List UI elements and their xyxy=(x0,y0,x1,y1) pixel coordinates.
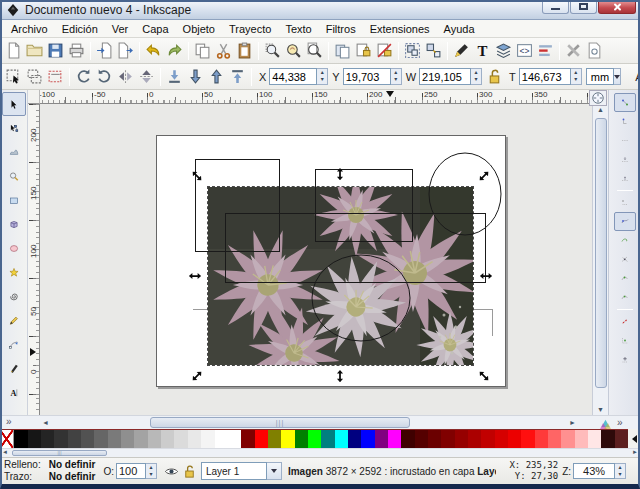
clone-unlink-button[interactable] xyxy=(374,40,395,62)
menu-ver[interactable]: Ver xyxy=(105,21,136,37)
zoom-input[interactable]: 43% xyxy=(573,463,615,479)
palette-scroll-left-icon[interactable]: ◄ xyxy=(2,449,8,455)
horizontal-scrollbar-thumb[interactable]: ||| xyxy=(150,417,410,428)
palette-swatch[interactable] xyxy=(188,430,201,448)
y-spinner[interactable]: ▴▾ xyxy=(391,68,402,85)
sel-layers-button[interactable] xyxy=(24,66,45,88)
layer-selector[interactable]: Layer 1 xyxy=(201,462,282,480)
menu-objeto[interactable]: Objeto xyxy=(176,21,222,37)
s-cusp-button[interactable] xyxy=(614,269,636,288)
ellipse-shape-1[interactable] xyxy=(429,153,501,235)
import-button[interactable] xyxy=(94,40,115,62)
x-spinner[interactable]: ▴▾ xyxy=(317,68,328,85)
zoom-draw-button[interactable] xyxy=(283,40,304,62)
palette-swatch[interactable] xyxy=(148,430,161,448)
rectangle-shape-3[interactable] xyxy=(226,214,486,283)
align-button[interactable] xyxy=(535,40,556,62)
palette-swatch[interactable] xyxy=(495,430,508,448)
palette-swatch[interactable] xyxy=(28,430,41,448)
rectangle-shape-1[interactable] xyxy=(196,160,280,252)
lower-end-button[interactable] xyxy=(164,66,185,88)
snapbar-overflow-chevron[interactable]: » xyxy=(617,417,623,428)
palette-swatch[interactable] xyxy=(41,430,54,448)
palette-swatch[interactable] xyxy=(201,430,214,448)
ungroup-button[interactable] xyxy=(423,40,444,62)
palette-swatch[interactable] xyxy=(508,430,521,448)
clone-button[interactable] xyxy=(353,40,374,62)
horizontal-ruler[interactable]: -100-50050100150200250300350400 xyxy=(40,90,592,104)
selection-handle-top[interactable] xyxy=(333,167,347,181)
menu-extensiones[interactable]: Extensiones xyxy=(363,21,437,37)
s-path-button[interactable] xyxy=(614,212,636,231)
palette-swatch[interactable] xyxy=(321,430,334,448)
palette-swatch[interactable] xyxy=(548,430,561,448)
group-button[interactable] xyxy=(402,40,423,62)
palette-swatch[interactable] xyxy=(134,430,147,448)
palette-swatch[interactable] xyxy=(415,430,428,448)
s-main-button[interactable] xyxy=(614,93,636,112)
palette-swatch[interactable] xyxy=(401,430,414,448)
s-mid-button[interactable] xyxy=(614,169,636,188)
menu-filtros[interactable]: Filtros xyxy=(319,21,363,37)
palette-swatch[interactable] xyxy=(174,430,187,448)
t-tweak-button[interactable] xyxy=(2,140,26,164)
palette-swatch[interactable] xyxy=(228,430,241,448)
desel-button[interactable] xyxy=(45,66,66,88)
palette-scroll-right-icon[interactable]: ► xyxy=(632,449,638,455)
palette-swatch[interactable] xyxy=(215,430,228,448)
palette-swatch[interactable] xyxy=(308,430,321,448)
raise-top-button[interactable] xyxy=(227,66,248,88)
palette-swatch[interactable] xyxy=(108,430,121,448)
ellipse-shape-2[interactable] xyxy=(312,255,410,341)
palette-swatch[interactable] xyxy=(561,430,574,448)
height-input[interactable]: 146,673 xyxy=(519,68,571,85)
palette-swatch[interactable] xyxy=(361,430,374,448)
scroll-up-icon[interactable]: ▲ xyxy=(597,106,604,113)
export-button[interactable] xyxy=(115,40,136,62)
palette-swatch[interactable] xyxy=(268,430,281,448)
folder-button[interactable] xyxy=(24,40,45,62)
palette-swatch[interactable] xyxy=(281,430,294,448)
ruler-corner-dial-button[interactable] xyxy=(589,90,607,106)
palette-swatch[interactable] xyxy=(481,430,494,448)
palette-swatch[interactable] xyxy=(375,430,388,448)
fill-stroke-indicator[interactable]: Relleno: No definir Trazo: No definir xyxy=(4,459,95,483)
selection-handle-left[interactable] xyxy=(188,269,202,283)
s-edge-button[interactable] xyxy=(614,131,636,150)
t-pencil-button[interactable] xyxy=(2,308,26,332)
palette-swatch[interactable] xyxy=(615,430,628,448)
rot-cw-button[interactable] xyxy=(94,66,115,88)
copy-button[interactable] xyxy=(192,40,213,62)
layers-button[interactable] xyxy=(493,40,514,62)
palette-swatch[interactable] xyxy=(295,430,308,448)
selection-handle-right[interactable] xyxy=(479,269,493,283)
unit-select[interactable]: mm xyxy=(586,68,614,85)
redo-button[interactable] xyxy=(164,40,185,62)
x-input[interactable]: 44,338 xyxy=(269,68,317,85)
xml-button[interactable] xyxy=(514,40,535,62)
t-3d-button[interactable] xyxy=(2,212,26,236)
flip-h-button[interactable] xyxy=(115,66,136,88)
palette-swatch[interactable] xyxy=(68,430,81,448)
scroll-down-icon[interactable]: ▼ xyxy=(597,406,604,413)
palette-swatch[interactable] xyxy=(468,430,481,448)
doc-new-button[interactable] xyxy=(3,40,24,62)
opacity-spinner[interactable]: ▴▾ xyxy=(146,463,157,479)
menu-ayuda[interactable]: Ayuda xyxy=(437,21,482,37)
t-star-button[interactable] xyxy=(2,260,26,284)
t-text-button[interactable] xyxy=(2,380,26,404)
s-center-button[interactable] xyxy=(614,331,636,350)
palette-swatch[interactable] xyxy=(255,430,268,448)
minimize-button[interactable] xyxy=(542,0,569,14)
s-line-button[interactable] xyxy=(614,312,636,331)
palette-more-button[interactable] xyxy=(628,429,640,448)
palette-swatch[interactable] xyxy=(348,430,361,448)
undo-button[interactable] xyxy=(143,40,164,62)
palette-swatch[interactable] xyxy=(121,430,134,448)
palette-swatch[interactable] xyxy=(388,430,401,448)
s-smooth-button[interactable] xyxy=(614,288,636,307)
current-layer-name[interactable]: Layer 1 xyxy=(201,462,267,480)
scroll-left-icon[interactable]: ◄ xyxy=(42,419,49,426)
palette-swatch[interactable] xyxy=(161,430,174,448)
layer-visibility-eye-icon[interactable] xyxy=(163,462,181,480)
